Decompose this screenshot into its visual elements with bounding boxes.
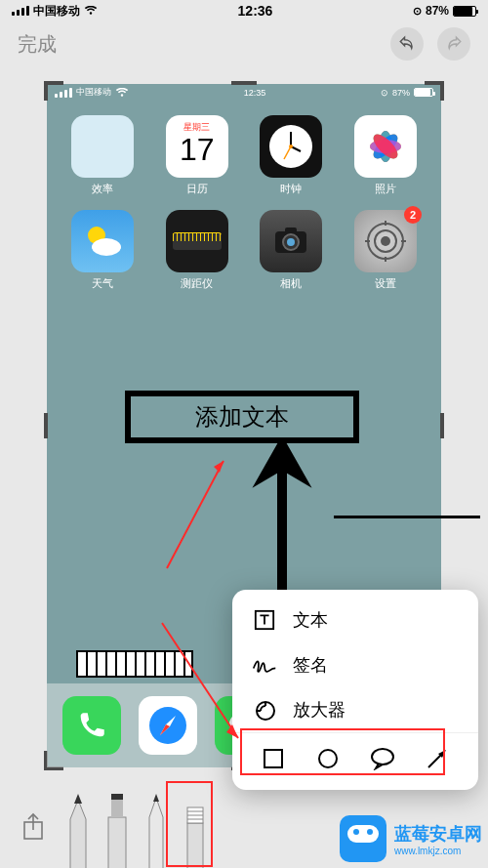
shape-rectangle[interactable]	[254, 743, 293, 774]
svg-rect-35	[264, 750, 282, 767]
tool-marker[interactable]	[100, 796, 139, 868]
share-button[interactable]	[12, 800, 55, 854]
settings-badge: 2	[404, 206, 422, 224]
battery-pct: 87%	[426, 4, 449, 18]
add-shape-popup: 文本 签名 放大器	[232, 590, 478, 790]
dock-phone	[62, 696, 121, 755]
annotation-red-arrow-1	[159, 449, 237, 576]
tool-eraser[interactable]	[178, 796, 217, 868]
watermark-url: www.lmkjz.com	[394, 846, 461, 856]
tool-pen[interactable]	[61, 796, 100, 868]
svg-rect-43	[111, 800, 123, 817]
app-calendar: 星期三 17 日历	[155, 115, 240, 196]
svg-line-26	[167, 461, 224, 568]
inner-status-bar: 中国移动 12:35 ⊙ 87%	[47, 84, 441, 100]
tool-pencil[interactable]	[139, 796, 178, 868]
crop-handle-right[interactable]	[440, 413, 444, 438]
undo-button[interactable]	[390, 27, 424, 61]
home-grid: 效率 星期三 17 日历 时钟 照片 天气	[47, 100, 441, 307]
alarm-icon: ⊙	[413, 5, 422, 18]
inner-carrier: 中国移动	[76, 86, 111, 99]
svg-point-17	[287, 238, 295, 246]
battery-icon	[453, 6, 476, 17]
svg-line-31	[162, 623, 238, 738]
app-efficiency: 效率	[61, 115, 145, 196]
app-settings: 2 设置	[344, 210, 428, 291]
annotation-red-arrow-2	[154, 615, 252, 752]
inner-wifi-icon	[115, 88, 129, 98]
signal-icon	[12, 6, 29, 16]
svg-rect-42	[108, 817, 126, 868]
svg-point-37	[372, 749, 393, 765]
svg-rect-18	[285, 227, 297, 233]
redo-button[interactable]	[437, 27, 470, 61]
svg-rect-45	[187, 823, 203, 868]
shape-row	[232, 732, 478, 782]
shape-circle[interactable]	[308, 743, 347, 774]
status-time: 12:36	[238, 3, 273, 19]
app-photos: 照片	[344, 115, 428, 196]
inner-battery-pct: 87%	[392, 88, 410, 98]
watermark-title: 蓝莓安卓网	[394, 822, 482, 846]
app-camera: 相机	[249, 210, 334, 291]
shape-speech[interactable]	[363, 743, 402, 774]
watermark: 蓝莓安卓网 www.lmkjz.com	[340, 815, 482, 862]
markup-nav: 完成	[0, 21, 488, 66]
app-measure: 测距仪	[155, 210, 240, 291]
app-weather: 天气	[61, 210, 145, 291]
svg-point-4	[289, 145, 293, 148]
signature-icon	[252, 652, 277, 678]
menu-magnifier-label: 放大器	[293, 698, 346, 722]
inner-time: 12:35	[244, 88, 266, 98]
crop-handle-left[interactable]	[44, 413, 48, 438]
annotation-line	[334, 516, 480, 518]
svg-point-36	[319, 750, 337, 767]
annotation-textbox[interactable]: 添加文本	[125, 391, 359, 443]
svg-marker-27	[214, 461, 224, 473]
carrier-label: 中国移动	[33, 3, 80, 20]
status-bar: 中国移动 12:36 ⊙ 87%	[0, 0, 488, 21]
done-button[interactable]: 完成	[18, 31, 57, 58]
menu-signature-label: 签名	[293, 653, 328, 677]
svg-point-14	[92, 238, 121, 256]
svg-marker-32	[226, 724, 238, 738]
magnifier-icon	[252, 697, 277, 723]
wifi-icon	[84, 6, 98, 16]
app-clock: 时钟	[249, 115, 334, 196]
shape-arrow[interactable]	[418, 743, 457, 774]
svg-rect-44	[111, 794, 123, 800]
text-icon	[252, 607, 277, 633]
menu-item-signature[interactable]: 签名	[232, 642, 478, 687]
svg-point-21	[381, 236, 390, 246]
mascot-icon	[340, 815, 386, 862]
menu-item-magnifier[interactable]: 放大器	[232, 687, 478, 732]
crop-handle-top[interactable]	[231, 81, 257, 85]
menu-item-text[interactable]: 文本	[232, 598, 478, 642]
menu-text-label: 文本	[293, 608, 328, 632]
crop-handle-tl[interactable]	[44, 81, 63, 101]
